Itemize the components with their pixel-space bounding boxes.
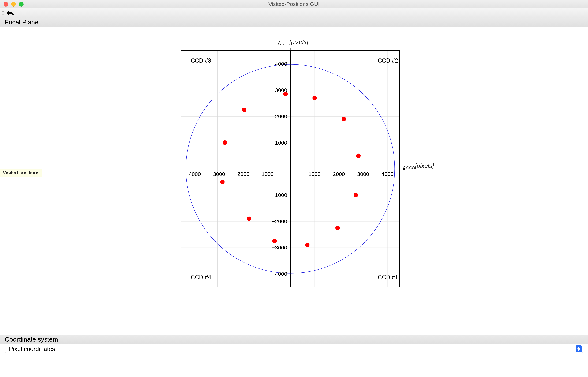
svg-point-49 <box>354 193 358 197</box>
svg-point-45 <box>283 92 288 96</box>
svg-text:−2000: −2000 <box>272 218 287 224</box>
window-titlebar: Visited-Positions GUI <box>0 0 588 8</box>
svg-point-47 <box>341 117 346 121</box>
svg-point-51 <box>305 243 310 247</box>
window-close-button[interactable] <box>3 2 8 7</box>
coordinate-system-label: Coordinate system <box>0 335 588 344</box>
chart-svg: −4000−3000−2000−10001000200030004000−400… <box>171 47 414 296</box>
svg-rect-17 <box>290 51 400 169</box>
back-button[interactable] <box>6 9 15 17</box>
svg-text:−1000: −1000 <box>272 192 287 198</box>
svg-text:CCD #4: CCD #4 <box>191 274 211 280</box>
svg-text:2000: 2000 <box>333 171 345 177</box>
svg-text:1000: 1000 <box>308 171 321 177</box>
svg-text:4000: 4000 <box>381 171 394 177</box>
svg-point-54 <box>220 180 225 184</box>
plot-panel: yCCD[pixels] −4000−3000−2000−10001000200… <box>6 30 579 330</box>
coordinate-system-value: Pixel coordinates <box>9 346 55 353</box>
svg-rect-18 <box>181 169 290 287</box>
toolbar-grip <box>2 10 4 17</box>
svg-rect-19 <box>290 169 400 287</box>
svg-text:−3000: −3000 <box>272 245 287 251</box>
toolbar <box>0 8 588 18</box>
visited-positions-tooltip: Visited positions <box>0 169 42 177</box>
dropdown-arrows-icon <box>576 345 582 353</box>
svg-text:4000: 4000 <box>275 61 287 67</box>
svg-text:1000: 1000 <box>275 140 287 146</box>
svg-text:−4000: −4000 <box>186 171 201 177</box>
svg-point-43 <box>223 140 227 145</box>
back-arrow-icon <box>6 10 14 17</box>
svg-text:CCD #2: CCD #2 <box>378 57 398 64</box>
window-title: Visited-Positions GUI <box>0 1 588 7</box>
svg-text:−4000: −4000 <box>272 271 287 277</box>
svg-point-53 <box>247 216 251 221</box>
x-axis-label: xCCD[pixels] <box>403 163 434 170</box>
coordinate-system-select[interactable]: Pixel coordinates <box>5 345 583 353</box>
svg-text:3000: 3000 <box>357 171 369 177</box>
focal-plane-label: Focal Plane <box>0 18 588 27</box>
svg-point-50 <box>336 226 340 230</box>
svg-point-46 <box>312 96 317 100</box>
window-maximize-button[interactable] <box>19 2 24 7</box>
window-minimize-button[interactable] <box>11 2 16 7</box>
svg-point-44 <box>242 107 247 112</box>
y-axis-label: yCCD[pixels] <box>152 39 433 47</box>
svg-text:CCD #3: CCD #3 <box>191 57 211 64</box>
svg-point-52 <box>272 239 277 243</box>
svg-point-48 <box>356 153 361 158</box>
svg-text:CCD #1: CCD #1 <box>378 274 398 280</box>
svg-text:−1000: −1000 <box>259 171 274 177</box>
svg-text:−2000: −2000 <box>234 171 249 177</box>
svg-text:2000: 2000 <box>275 113 287 119</box>
svg-rect-16 <box>181 51 290 169</box>
focal-plane-chart: yCCD[pixels] −4000−3000−2000−10001000200… <box>152 39 433 296</box>
svg-text:−3000: −3000 <box>210 171 225 177</box>
